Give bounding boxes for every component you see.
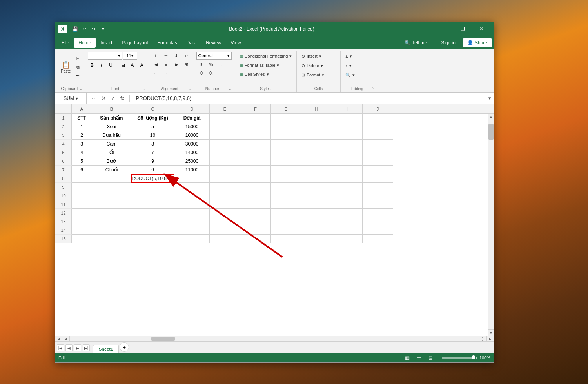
- cell-g8[interactable]: [271, 174, 301, 183]
- align-right-button[interactable]: ▶: [172, 60, 181, 68]
- cell-c2[interactable]: 5: [131, 122, 174, 131]
- cell-j5[interactable]: [363, 148, 393, 157]
- cell-styles-button[interactable]: ▦ Cell Styles ▾: [237, 70, 271, 78]
- scroll-left-button[interactable]: ◀: [55, 336, 62, 342]
- insert-button[interactable]: ⊕ Insert ▾: [299, 52, 324, 60]
- scroll-right-button[interactable]: ◀: [62, 336, 69, 342]
- next-sheet-button[interactable]: ▶: [74, 344, 81, 351]
- cell-d6[interactable]: 25000: [174, 157, 210, 166]
- cell-e2[interactable]: [210, 122, 240, 131]
- cell-a7[interactable]: 6: [72, 166, 92, 174]
- cell-g3[interactable]: [271, 131, 301, 140]
- customize-button[interactable]: ▾: [99, 25, 107, 33]
- menu-formulas[interactable]: Formulas: [153, 38, 182, 48]
- cell-d2[interactable]: 15000: [174, 122, 210, 131]
- cell-b1[interactable]: Sản phẩm: [92, 114, 131, 122]
- cell-a5[interactable]: 4: [72, 148, 92, 157]
- cell-b5[interactable]: Ổi: [92, 148, 131, 157]
- menu-insert[interactable]: Insert: [96, 38, 117, 48]
- cell-e5[interactable]: [210, 148, 240, 157]
- restore-button[interactable]: ❐: [454, 22, 472, 36]
- cell-a4[interactable]: 3: [72, 140, 92, 148]
- format-as-table-button[interactable]: ▦ Format as Table ▾: [237, 61, 282, 69]
- cell-e7[interactable]: [210, 166, 240, 174]
- cell-h1[interactable]: [301, 114, 332, 122]
- cell-j6[interactable]: [363, 157, 393, 166]
- cell-j1[interactable]: [363, 114, 393, 122]
- cell-d8[interactable]: [174, 174, 210, 183]
- cell-a3[interactable]: 2: [72, 131, 92, 140]
- delete-button[interactable]: ⊖ Delete ▾: [299, 61, 325, 70]
- underline-button[interactable]: U: [107, 61, 115, 69]
- alignment-expand[interactable]: ⌄: [188, 87, 191, 91]
- cell-i8[interactable]: [332, 174, 363, 183]
- cell-c8-formula[interactable]: =PRODUCT(5,10,8,7,9,6): [131, 174, 174, 183]
- cell-i6[interactable]: [332, 157, 363, 166]
- col-header-e[interactable]: E: [210, 104, 240, 113]
- normal-view-button[interactable]: ▦: [403, 354, 412, 361]
- col-header-f[interactable]: F: [240, 104, 271, 113]
- cell-g4[interactable]: [271, 140, 301, 148]
- align-top-button[interactable]: ⬆: [151, 52, 161, 60]
- cell-f4[interactable]: [240, 140, 271, 148]
- cell-d3[interactable]: 10000: [174, 131, 210, 140]
- formula-expand-button[interactable]: ▾: [486, 95, 494, 102]
- cell-g6[interactable]: [271, 157, 301, 166]
- undo-button[interactable]: ↩: [80, 25, 88, 33]
- format-painter-button[interactable]: ✒: [73, 72, 83, 80]
- h-scroll-track[interactable]: [70, 336, 477, 341]
- col-header-h[interactable]: H: [301, 104, 332, 113]
- scroll-right-end-button[interactable]: ▶: [486, 336, 494, 342]
- align-center-button[interactable]: ≡: [162, 60, 171, 68]
- h-scroll-thumb[interactable]: [151, 337, 175, 341]
- merge-button[interactable]: ⊞: [182, 60, 191, 68]
- first-sheet-button[interactable]: |◀: [57, 344, 64, 351]
- cell-b3[interactable]: Dưa hấu: [92, 131, 131, 140]
- conditional-formatting-button[interactable]: ▦ Conditional Formatting ▾: [237, 52, 294, 60]
- cell-b4[interactable]: Cam: [92, 140, 131, 148]
- cut-button[interactable]: ✂: [73, 55, 83, 63]
- autosum-button[interactable]: Σ ▾: [343, 52, 354, 60]
- cell-a1[interactable]: STT: [72, 114, 92, 122]
- scroll-down-button[interactable]: ▼: [488, 329, 494, 336]
- cell-f2[interactable]: [240, 122, 271, 131]
- share-button[interactable]: 👤 Share: [463, 38, 492, 47]
- save-button[interactable]: 💾: [71, 25, 79, 33]
- cell-h6[interactable]: [301, 157, 332, 166]
- cell-h7[interactable]: [301, 166, 332, 174]
- cell-c5[interactable]: 7: [131, 148, 174, 157]
- cell-c1[interactable]: Số lượng (Kg): [131, 114, 174, 122]
- currency-button[interactable]: $: [196, 60, 206, 68]
- wrap-text-button[interactable]: ↵: [182, 52, 191, 60]
- cell-h5[interactable]: [301, 148, 332, 157]
- col-header-i[interactable]: I: [332, 104, 363, 113]
- menu-review[interactable]: Review: [201, 38, 226, 48]
- col-header-d[interactable]: D: [174, 104, 210, 113]
- cell-e4[interactable]: [210, 140, 240, 148]
- borders-button[interactable]: ⊞: [119, 61, 127, 69]
- cell-j2[interactable]: [363, 122, 393, 131]
- comma-button[interactable]: ,: [217, 60, 226, 68]
- percent-button[interactable]: %: [207, 60, 216, 68]
- menu-data[interactable]: Data: [182, 38, 201, 48]
- cell-f6[interactable]: [240, 157, 271, 166]
- cell-i5[interactable]: [332, 148, 363, 157]
- add-sheet-button[interactable]: +: [120, 342, 129, 352]
- indent-dec-button[interactable]: ←: [151, 69, 161, 77]
- close-button[interactable]: ✕: [472, 22, 490, 36]
- cell-f3[interactable]: [240, 131, 271, 140]
- cell-i7[interactable]: [332, 166, 363, 174]
- cell-e3[interactable]: [210, 131, 240, 140]
- cell-j4[interactable]: [363, 140, 393, 148]
- bold-button[interactable]: B: [88, 61, 96, 69]
- menu-page-layout[interactable]: Page Layout: [117, 38, 152, 48]
- cell-g5[interactable]: [271, 148, 301, 157]
- copy-button[interactable]: ⧉: [73, 64, 83, 71]
- cell-f7[interactable]: [240, 166, 271, 174]
- editing-collapse[interactable]: ⌃: [371, 87, 374, 91]
- sort-filter-button[interactable]: ↕ ▾: [343, 61, 354, 70]
- align-middle-button[interactable]: ➡: [162, 52, 171, 60]
- cell-i3[interactable]: [332, 131, 363, 140]
- menu-view[interactable]: View: [226, 38, 246, 48]
- cell-f5[interactable]: [240, 148, 271, 157]
